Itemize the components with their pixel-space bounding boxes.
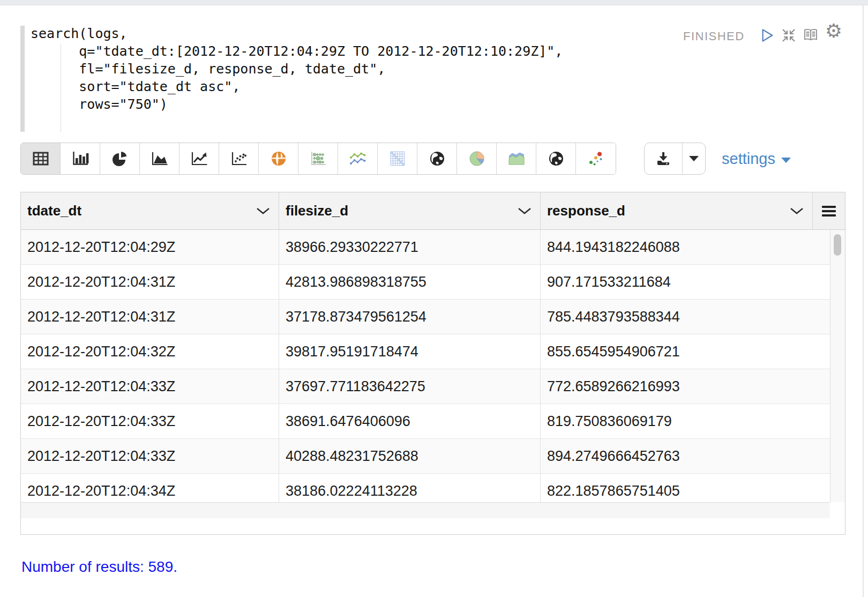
grid-rows: 2012-12-20T12:04:29Z 38966.29330222771 8…	[21, 230, 830, 518]
paragraph-settings-button[interactable]: ⚙	[825, 23, 842, 40]
column-header-filesize_d[interactable]: filesize_d	[279, 192, 541, 229]
chevron-down-icon[interactable]	[518, 207, 532, 215]
table-row: 2012-12-20T12:04:31Z 42813.986898318755 …	[21, 265, 830, 300]
table-cell: 2012-12-20T12:04:32Z	[21, 334, 279, 369]
editor-gutter	[20, 26, 25, 132]
table-row: 2012-12-20T12:04:33Z 40288.48231752688 8…	[21, 439, 830, 474]
results-count-text: Number of results: 589.	[21, 558, 177, 576]
table-row: 2012-12-20T12:04:29Z 38966.29330222771 8…	[21, 230, 830, 265]
caret-down-icon	[689, 156, 699, 161]
book-icon	[802, 28, 819, 43]
table-cell: 2012-12-20T12:04:33Z	[21, 404, 279, 438]
download-button[interactable]	[645, 143, 683, 174]
viz-pie-chart-button[interactable]	[100, 143, 140, 174]
vertical-scrollbar-thumb[interactable]	[834, 234, 841, 256]
viz-area-chart-button[interactable]	[140, 143, 179, 174]
table-row: 2012-12-20T12:04:33Z 37697.771183642275 …	[21, 369, 830, 404]
collapse-icon	[781, 27, 797, 43]
viz-line-chart-button[interactable]	[179, 143, 219, 174]
table-cell: 2012-12-20T12:04:31Z	[21, 265, 279, 299]
viz-scatter-plot-button[interactable]	[219, 143, 259, 174]
table-cell: 819.750836069179	[541, 404, 830, 438]
table-cell: 2012-12-20T12:04:29Z	[21, 230, 279, 264]
viz-table-button[interactable]	[21, 143, 61, 174]
viz-multi-line-chart-button[interactable]	[338, 143, 378, 174]
table-cell: 785.4483793588344	[541, 300, 830, 334]
column-label: response_d	[547, 203, 625, 219]
scrollbar-corner	[830, 502, 845, 518]
globe-dark-icon	[548, 151, 564, 167]
table-cell: 37178.873479561254	[279, 300, 541, 334]
viz-globe-button[interactable]	[417, 143, 457, 174]
code-editor[interactable]: search(logs, q="tdate_dt:[2012-12-20T12:…	[20, 25, 631, 137]
results-grid: tdate_dt filesize_d response_d	[20, 192, 845, 535]
column-header-tdate_dt[interactable]: tdate_dt	[21, 192, 279, 229]
table-cell: 844.1943182246088	[541, 230, 830, 264]
vertical-scrollbar[interactable]	[830, 230, 845, 518]
code-line: rows="750")	[31, 95, 563, 113]
table-cell: 40288.48231752688	[279, 439, 541, 473]
settings-dropdown[interactable]: settings	[722, 150, 791, 168]
viz-globe-button[interactable]	[536, 143, 576, 174]
hamburger-menu-icon	[821, 205, 836, 218]
play-icon	[760, 27, 774, 43]
viz-area-colored-button[interactable]	[497, 143, 536, 174]
grid-body: 2012-12-20T12:04:29Z 38966.29330222771 8…	[21, 230, 845, 518]
globe-orange-icon	[271, 151, 287, 167]
scatter-plot-icon	[230, 151, 248, 167]
grid-header-row: tdate_dt filesize_d response_d	[21, 192, 845, 230]
download-options-button[interactable]	[683, 143, 705, 174]
table-cell: 2012-12-20T12:04:31Z	[21, 300, 279, 334]
chevron-down-icon[interactable]	[790, 207, 804, 215]
download-icon	[655, 151, 671, 166]
collapse-button[interactable]	[780, 27, 797, 44]
paragraph-status: FINISHED	[683, 29, 745, 43]
pie-colored-icon	[469, 151, 485, 167]
paragraph-right-edge	[863, 5, 864, 597]
code-line: fl="filesize_d, response_d, tdate_dt",	[31, 60, 563, 78]
globe-dark-icon	[429, 151, 445, 167]
column-label: filesize_d	[286, 203, 348, 219]
code-text: search(logs, q="tdate_dt:[2012-12-20T12:…	[31, 25, 563, 113]
page-top-strip	[0, 0, 868, 5]
heatmap-icon	[389, 151, 406, 167]
column-label: tdate_dt	[27, 203, 81, 219]
run-button[interactable]	[759, 27, 776, 44]
code-line: search(logs,	[31, 25, 563, 42]
table-icon	[32, 151, 50, 167]
table-row: 2012-12-20T12:04:33Z 38691.6476406096 81…	[21, 404, 830, 439]
viz-map-button[interactable]	[259, 143, 298, 174]
viz-scatter-colored-button[interactable]	[576, 143, 616, 174]
grid-menu-button[interactable]	[813, 192, 845, 229]
pie-chart-icon	[112, 151, 128, 167]
visualization-toolbar	[20, 143, 616, 175]
table-cell: 2012-12-20T12:04:33Z	[21, 369, 279, 404]
table-cell: 2012-12-20T12:04:33Z	[21, 439, 279, 473]
code-line: sort="tdate_dt asc",	[31, 78, 563, 95]
horizontal-scrollbar[interactable]	[21, 502, 830, 518]
viz-pie-colored-button[interactable]	[457, 143, 497, 174]
table-cell: 772.6589266216993	[541, 369, 830, 404]
zeppelin-paragraph: search(logs, q="tdate_dt:[2012-12-20T12:…	[0, 0, 868, 597]
viz-bar-chart-button[interactable]	[61, 143, 100, 174]
download-split-button	[644, 143, 706, 175]
gear-icon: ⚙	[825, 21, 842, 41]
area-chart-icon	[151, 151, 169, 167]
table-cell: 42813.986898318755	[279, 265, 541, 299]
table-cell: 37697.771183642275	[279, 369, 541, 404]
table-cell: 907.171533211684	[541, 265, 830, 299]
scatter-colored-icon	[587, 151, 605, 167]
table-row: 2012-12-20T12:04:32Z 39817.95191718474 8…	[21, 334, 830, 369]
show-editor-button[interactable]	[802, 27, 819, 44]
area-colored-icon	[507, 151, 526, 167]
line-chart-icon	[190, 151, 208, 167]
table-cell: 39817.95191718474	[279, 334, 541, 369]
settings-label: settings	[722, 150, 775, 168]
viz-heatmap-button[interactable]	[378, 143, 417, 174]
chevron-down-icon[interactable]	[256, 207, 270, 215]
column-header-response_d[interactable]: response_d	[541, 192, 813, 229]
caret-down-icon	[781, 158, 791, 163]
viz-bubble-chart-button[interactable]	[298, 143, 338, 174]
table-cell: 38691.6476406096	[279, 404, 541, 438]
table-row: 2012-12-20T12:04:31Z 37178.873479561254 …	[21, 300, 830, 334]
